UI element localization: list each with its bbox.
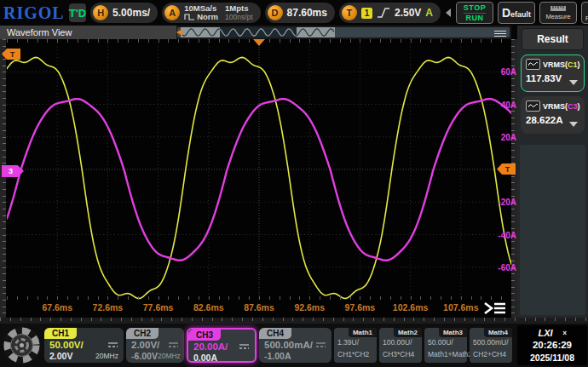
overview-menu-icon[interactable] — [494, 30, 506, 38]
math-expression: Math1+Math2 — [428, 350, 464, 358]
channel-bar: CH1 50.00V/ 2.00V 20MHz CH2 2.00V/ -6.00… — [0, 324, 588, 367]
acquire-mode-icon — [184, 14, 195, 20]
rigol-logo: RIGOL — [3, 3, 65, 23]
overview-waveform — [181, 27, 335, 37]
channel-scale: 50.00V/ — [49, 340, 84, 350]
math-expression: CH2+CH4 — [473, 350, 509, 358]
ch1-trace — [7, 57, 511, 298]
stop-label: STOP — [464, 3, 486, 14]
mute-speaker-icon — [556, 329, 567, 337]
overview-left-marker-icon[interactable] — [176, 29, 182, 36]
delay-knob-icon[interactable]: D — [268, 5, 283, 20]
trigger-position-icon[interactable] — [253, 39, 265, 46]
math-expression: CH3*CH4 — [383, 350, 418, 358]
math-card-math3[interactable]: Math3 50.00U/Math1+Math2 — [424, 328, 467, 363]
record-overview-strip[interactable] — [177, 27, 510, 37]
measurement-card-vrms-c3[interactable]: VRMS(C3) 28.622A — [521, 96, 585, 134]
y-axis-label: 20A — [501, 132, 516, 141]
y-axis-label: 60A — [501, 67, 516, 77]
channel-card-ch3[interactable]: CH3 20.00A/ 0.00A — [187, 328, 257, 363]
time-label: 107.6ms — [443, 302, 478, 313]
acquisition-button[interactable]: A 10MSa/s 1Mpts Norm 100ns/pt — [162, 3, 260, 23]
channel-offset: -1.00A — [264, 351, 291, 361]
y-axis-label: -60A — [498, 262, 516, 272]
measurement-card-vrms-c1[interactable]: VRMS(C1) 117.83V — [521, 54, 585, 92]
time-label: 102.6ms — [393, 302, 428, 313]
measurement-source: C1 — [568, 60, 578, 69]
time-label: 72.6ms — [93, 302, 124, 313]
channel-name: CH4 — [259, 328, 291, 339]
ch3-trace — [7, 99, 511, 261]
math-card-math4[interactable]: Math4 500.00mU/CH2+CH4 — [470, 328, 512, 363]
trigger-source-badge: 1 — [361, 8, 372, 19]
time-axis: 67.6ms 72.6ms 77.6ms 82.6ms 87.6ms 92.6m… — [7, 300, 511, 318]
channel-card-ch4[interactable]: CH4 500.00mA/ -1.00A — [259, 328, 331, 363]
math-name: Math1 — [349, 328, 377, 337]
time-label: 87.6ms — [244, 302, 274, 313]
horizontal-scale-button[interactable]: H 5.00ms/ — [90, 3, 158, 23]
measurement-waveform-icon — [526, 59, 540, 70]
math-expression: CH1*CH2 — [337, 350, 373, 358]
dc-coupling-icon — [315, 341, 326, 348]
channel-offset: -6.00V — [131, 351, 158, 361]
system-time: 20:26:29 — [517, 339, 587, 352]
time-label: 82.6ms — [193, 302, 224, 313]
tab-row: Waveform View — [0, 26, 511, 39]
tab-waveform-view[interactable]: Waveform View — [0, 26, 176, 39]
channel-name: CH3 — [188, 330, 221, 341]
dc-coupling-icon — [107, 341, 118, 348]
toolbar-scroll-left-icon[interactable] — [446, 9, 451, 17]
measurement-source: C3 — [568, 102, 578, 111]
bottom-edge-ruler — [0, 318, 588, 324]
system-date: 2025/11/08 — [517, 352, 587, 364]
channel-card-ch1[interactable]: CH1 50.00V/ 2.00V 20MHz — [44, 328, 124, 363]
dc-coupling-icon — [239, 343, 250, 350]
channel-card-ch2[interactable]: CH2 2.00V/ -6.00V 20MHz — [126, 328, 184, 363]
flex-knob-gear-icon[interactable] — [2, 325, 42, 365]
waveform-traces — [7, 39, 511, 300]
horizontal-scale-value: 5.00ms/ — [112, 7, 150, 19]
trigger-level-value: 2.50V — [395, 7, 421, 19]
time-label: 77.6ms — [143, 302, 174, 313]
delay-value: 87.60ms — [287, 7, 327, 19]
result-header-button[interactable]: Result — [522, 28, 584, 50]
y-axis-label: -40A — [498, 230, 516, 239]
trigger-button[interactable]: T 1 2.50V A — [339, 3, 441, 23]
right-ruler — [511, 39, 517, 323]
measurement-dropdown-icon[interactable] — [569, 122, 578, 127]
acquire-mode: Norm — [197, 13, 218, 21]
lxi-label: LXI — [538, 328, 552, 338]
channel-scale: 20.00A/ — [193, 341, 228, 352]
channel-name: CH1 — [44, 328, 77, 339]
result-panel: Result VRMS(C1) 117.83V VRMS(C3) 28.622A — [517, 26, 588, 318]
math-name: Math3 — [439, 328, 467, 337]
delay-button[interactable]: D 87.60ms — [265, 3, 335, 23]
measurement-waveform-icon — [526, 100, 540, 112]
channel-name: CH2 — [126, 328, 159, 339]
default-button[interactable]: Default — [498, 2, 535, 24]
y-axis-label: -20A — [498, 198, 516, 207]
status-clock-block: LXI 20:26:29 2025/11/08 — [517, 325, 587, 365]
result-panel-body — [520, 145, 585, 315]
sample-resolution: 100ns/pt — [225, 13, 253, 21]
stop-run-button[interactable]: STOP RUN — [456, 2, 493, 24]
expand-menu-icon[interactable] — [482, 300, 508, 317]
trigger-knob-icon[interactable]: T — [342, 5, 357, 20]
acquisition-knob-icon[interactable]: A — [164, 5, 180, 20]
channel-scale: 2.00V/ — [131, 340, 159, 350]
waveform-display: T T 3 60A 40A 20A -20A -40A -60A — [7, 39, 511, 300]
horizontal-knob-icon[interactable]: H — [93, 5, 108, 20]
math-card-math2[interactable]: Math2 100.00U/CH3*CH4 — [379, 328, 422, 363]
measure-button[interactable]: Measure — [539, 2, 577, 24]
measurement-dropdown-icon[interactable] — [569, 80, 578, 85]
time-label: 67.6ms — [42, 302, 72, 313]
math-name: Math4 — [484, 328, 512, 337]
left-ruler — [0, 39, 6, 323]
math-card-math1[interactable]: Math1 1.39U/CH1*CH2 — [334, 328, 377, 363]
flex-knob-button[interactable]: Flex Knob — [581, 2, 588, 24]
channel-scale: 500.00mA/ — [264, 340, 313, 350]
math-scale: 500.00mU/ — [473, 338, 509, 347]
time-label: 97.6ms — [345, 302, 376, 313]
oscilloscope-screen: RIGOL T'D H 5.00ms/ A 10MSa/s 1Mpts Norm… — [0, 0, 588, 367]
time-label: 92.6ms — [294, 302, 325, 313]
